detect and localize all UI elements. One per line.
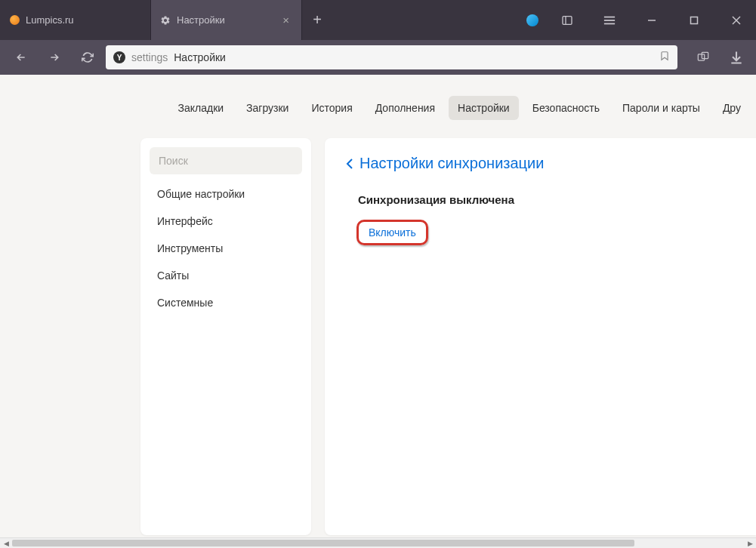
close-icon[interactable]: × bbox=[279, 14, 292, 26]
titlebar: Lumpics.ru Настройки × + bbox=[0, 0, 756, 40]
sidebar-item-sites[interactable]: Сайты bbox=[140, 262, 311, 289]
tab-title: Lumpics.ru bbox=[26, 14, 74, 26]
menu-icon[interactable] bbox=[596, 0, 623, 40]
minimize-button[interactable] bbox=[638, 0, 665, 40]
new-tab-button[interactable]: + bbox=[302, 0, 332, 40]
titlebar-controls bbox=[526, 0, 756, 40]
tab-settings[interactable]: Настройки × bbox=[151, 0, 302, 40]
nav-bookmarks[interactable]: Закладки bbox=[168, 96, 233, 120]
bookmark-icon[interactable] bbox=[659, 50, 670, 65]
account-icon[interactable] bbox=[526, 14, 538, 26]
address-path: Настройки bbox=[174, 51, 226, 63]
address-bar: Y settings Настройки bbox=[0, 40, 756, 75]
breadcrumb-label: Настройки синхронизации bbox=[359, 155, 544, 172]
breadcrumb-back[interactable]: Настройки синхронизации bbox=[346, 155, 735, 172]
nav-security[interactable]: Безопасность bbox=[523, 96, 609, 120]
search-input[interactable]: Поиск bbox=[150, 147, 302, 174]
sidebar-item-interface[interactable]: Интерфейс bbox=[140, 208, 311, 235]
nav-other[interactable]: Дру bbox=[714, 96, 750, 120]
page-content: Закладки Загрузки История Дополнения Нас… bbox=[0, 75, 756, 537]
tab-title: Настройки bbox=[177, 14, 225, 26]
gear-icon bbox=[160, 15, 171, 26]
top-nav: Закладки Загрузки История Дополнения Нас… bbox=[0, 75, 756, 138]
scroll-left-icon[interactable]: ◀ bbox=[0, 538, 12, 548]
chevron-left-icon bbox=[346, 158, 353, 170]
nav-settings[interactable]: Настройки bbox=[449, 96, 519, 120]
svg-rect-10 bbox=[702, 52, 708, 58]
settings-panel: Настройки синхронизации Синхронизация вы… bbox=[325, 138, 756, 535]
nav-downloads[interactable]: Загрузки bbox=[237, 96, 298, 120]
maximize-button[interactable] bbox=[680, 0, 708, 40]
nav-addons[interactable]: Дополнения bbox=[366, 96, 444, 120]
sync-status-title: Синхронизация выключена bbox=[358, 193, 735, 206]
reload-button[interactable] bbox=[73, 44, 103, 71]
sidebar-toggle-icon[interactable] bbox=[554, 0, 581, 40]
sidebar-item-system[interactable]: Системные bbox=[140, 289, 311, 316]
settings-sidebar: Поиск Общие настройки Интерфейс Инструме… bbox=[140, 138, 311, 535]
extensions-icon[interactable] bbox=[690, 44, 717, 71]
address-scheme: settings bbox=[131, 51, 168, 63]
sidebar-item-tools[interactable]: Инструменты bbox=[140, 235, 311, 262]
site-icon: Y bbox=[113, 51, 125, 63]
scroll-thumb[interactable] bbox=[12, 540, 634, 546]
back-button[interactable] bbox=[6, 44, 36, 71]
forward-button[interactable] bbox=[39, 44, 69, 71]
close-button[interactable] bbox=[723, 0, 750, 40]
horizontal-scrollbar[interactable]: ◀ ▶ bbox=[0, 537, 756, 548]
scroll-right-icon[interactable]: ▶ bbox=[744, 538, 756, 548]
favicon-lumpics bbox=[9, 15, 20, 26]
enable-sync-button[interactable]: Включить bbox=[356, 220, 428, 245]
address-input[interactable]: Y settings Настройки bbox=[106, 45, 677, 69]
svg-rect-0 bbox=[563, 16, 572, 24]
nav-history[interactable]: История bbox=[302, 96, 361, 120]
nav-passwords[interactable]: Пароли и карты bbox=[613, 96, 709, 120]
svg-rect-9 bbox=[698, 54, 704, 60]
sidebar-item-general[interactable]: Общие настройки bbox=[140, 180, 311, 208]
downloads-icon[interactable] bbox=[723, 44, 750, 71]
svg-rect-6 bbox=[691, 17, 698, 23]
tab-lumpics[interactable]: Lumpics.ru bbox=[0, 0, 151, 40]
